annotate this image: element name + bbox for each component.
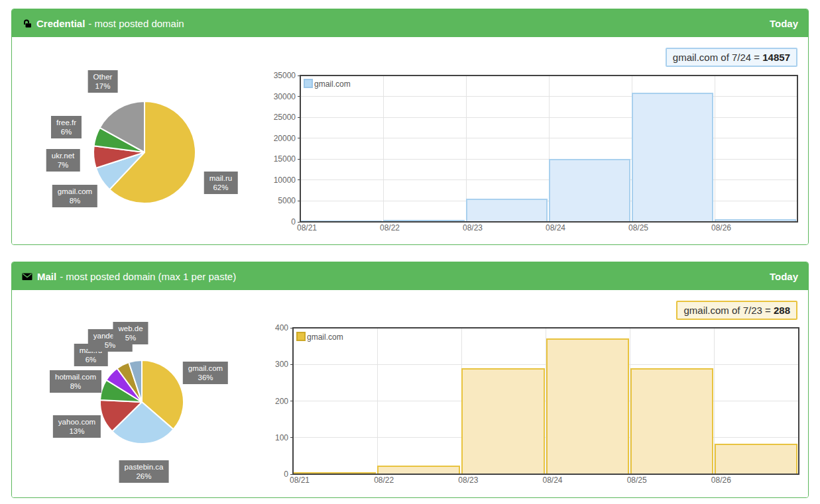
panel-mail: Mail - most posted domain (max 1 per pas… [11, 262, 809, 498]
y-tick-label: 20000 [274, 134, 296, 143]
bar-08/26 [715, 444, 797, 474]
pie-label-ukr.net: ukr.net7% [46, 149, 80, 172]
y-tick-label: 35000 [274, 71, 296, 80]
callout-text: gmail.com of 7/23 = [683, 305, 773, 316]
bar-08/25 [631, 369, 713, 474]
y-tick-label: 0 [284, 470, 288, 479]
panel-mail-header: Mail - most posted domain (max 1 per pas… [12, 262, 808, 290]
bar-08/24 [550, 160, 630, 222]
bar-08/22 [378, 466, 459, 474]
x-tick-label: 08/23 [458, 476, 478, 485]
x-tick-label: 08/22 [380, 223, 400, 232]
period-label: Today [770, 18, 798, 29]
y-tick-label: 10000 [274, 176, 296, 185]
y-tick-label: 15000 [274, 154, 296, 164]
x-tick-label: 08/21 [297, 223, 317, 232]
panel-title: Credential [36, 18, 85, 29]
period-label: Today [770, 271, 798, 282]
pie-chart-credential: mail.ru62%gmail.com8%ukr.net7%free.fr6%O… [12, 37, 277, 244]
pie-label-pastebin.ca: pastebin.ca26% [119, 460, 169, 483]
legend-swatch [304, 79, 312, 87]
callout-value: 14857 [762, 52, 790, 63]
mail-icon [22, 272, 32, 281]
bar-08/25 [632, 93, 713, 222]
y-tick-label: 100 [275, 433, 288, 442]
y-tick-label: 400 [275, 323, 288, 332]
bar-08/23 [462, 369, 544, 474]
panel-credential-header: Credential - most posted domain Today [12, 9, 808, 37]
pie-svg [90, 98, 199, 207]
y-tick-label: 300 [275, 360, 288, 369]
bar-08/24 [547, 339, 628, 474]
callout-text: gmail.com of 7/24 = [673, 52, 762, 63]
x-tick-label: 08/22 [374, 476, 394, 485]
y-tick-label: 0 [291, 217, 296, 227]
panel-mail-body: gmail.com of 7/23 = 288 gmail.com36%past… [12, 290, 808, 497]
dashboard-page: Credential - most posted domain Today gm… [0, 0, 820, 504]
panel-title: Mail [37, 271, 56, 282]
pie-svg [97, 357, 187, 447]
legend-label: gmail.com [314, 79, 351, 89]
bar-chart-mail: 010020030040008/2108/2208/2308/2408/2508… [272, 320, 802, 493]
pie-label-gmail.com: gmail.com8% [52, 185, 97, 207]
chart-callout-credential: gmail.com of 7/24 = 14857 [666, 48, 797, 67]
legend-swatch [297, 332, 305, 340]
pie-label-mail.ru: mail.ru62% [204, 172, 238, 194]
legend-label: gmail.com [307, 332, 343, 342]
x-tick-label: 08/26 [711, 476, 731, 485]
pie-label-gmail.com: gmail.com36% [183, 362, 228, 384]
y-tick-label: 25000 [274, 113, 296, 122]
bar-chart-credential: 0500010000150002000025000300003500008/21… [272, 67, 802, 238]
panel-subtitle: - most posted domain (max 1 per paste) [60, 271, 236, 282]
y-tick-label: 200 [275, 397, 288, 406]
y-tick-label: 5000 [278, 196, 296, 205]
callout-value: 288 [774, 305, 790, 316]
panel-subtitle: - most posted domain [88, 18, 184, 29]
x-tick-label: 08/25 [627, 476, 647, 485]
x-tick-label: 08/25 [628, 223, 648, 232]
pie-label-web.de: web.de5% [113, 322, 148, 344]
pie-label-hotmail.com: hotmail.com8% [50, 370, 101, 393]
pie-label-yahoo.com: yahoo.com13% [53, 415, 101, 438]
y-tick-label: 30000 [274, 92, 296, 101]
bar-08/23 [467, 199, 547, 222]
unlock-icon [22, 19, 32, 28]
x-tick-label: 08/26 [711, 223, 731, 232]
x-tick-label: 08/24 [546, 223, 565, 232]
pie-label-free.fr: free.fr6% [51, 116, 82, 138]
x-tick-label: 08/24 [542, 476, 562, 485]
panel-credential-body: gmail.com of 7/24 = 14857 mail.ru62%gmai… [12, 37, 808, 244]
chart-callout-mail: gmail.com of 7/23 = 288 [676, 301, 797, 320]
pie-chart-mail: gmail.com36%pastebin.ca26%yahoo.com13%ho… [12, 290, 277, 497]
panel-credential: Credential - most posted domain Today gm… [11, 9, 809, 245]
pie-label-Other: Other17% [88, 70, 118, 93]
x-tick-label: 08/21 [290, 476, 310, 485]
x-tick-label: 08/23 [463, 223, 483, 232]
